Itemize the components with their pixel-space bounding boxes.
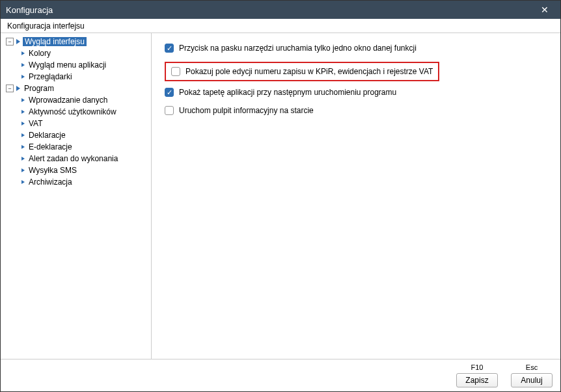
nav-tree: − Wygląd interfejsu Kolory Wygląd menu a… — [1, 33, 152, 359]
checkbox-icon[interactable] — [165, 106, 174, 115]
collapse-icon[interactable]: − — [6, 85, 14, 92]
option-row-2[interactable]: Pokazuj pole edycji numeru zapisu w KPiR… — [171, 67, 433, 76]
collapse-icon[interactable]: − — [6, 38, 14, 46]
tree-label: E-deklaracje — [27, 142, 74, 151]
tree-label: Wprowadzanie danych — [27, 96, 109, 105]
tree-item-program[interactable]: − Program — [1, 83, 151, 94]
tree-item-deklaracje[interactable]: Deklaracje — [1, 129, 151, 141]
triangle-icon — [21, 51, 25, 55]
save-button[interactable]: Zapisz — [456, 373, 498, 387]
tree-label: Kolory — [27, 49, 52, 58]
save-shortcut: F10 — [471, 363, 484, 371]
triangle-icon — [21, 180, 25, 184]
tree-item-wprowadzanie-danych[interactable]: Wprowadzanie danych — [1, 94, 151, 106]
save-group: F10 Zapisz — [456, 363, 498, 387]
triangle-icon — [21, 110, 25, 114]
panel-subtitle: Konfiguracja interfejsu — [1, 19, 560, 33]
triangle-icon — [21, 133, 25, 137]
tree-item-wyglad-interfejsu[interactable]: − Wygląd interfejsu — [1, 36, 151, 47]
close-icon[interactable]: ✕ — [534, 5, 555, 15]
option-label: Pokaż tapetę aplikacji przy następnym ur… — [179, 88, 396, 97]
triangle-icon — [21, 63, 25, 67]
triangle-icon — [21, 168, 25, 172]
checkbox-icon[interactable] — [165, 88, 174, 97]
tree-item-przegladarki[interactable]: Przeglądarki — [1, 71, 151, 83]
config-window: Konfiguracja ✕ Konfiguracja interfejsu −… — [0, 0, 561, 392]
tree-label: Alert zadan do wykonania — [27, 154, 119, 163]
tree-item-e-deklaracje[interactable]: E-deklaracje — [1, 141, 151, 153]
tree-item-aktywnosc-uzytkownikow[interactable]: Aktywność użytkowników — [1, 106, 151, 118]
option-row-4[interactable]: Uruchom pulpit informacyjny na starcie — [165, 106, 550, 115]
option-label: Przycisk na pasku narzędzi uruchamia tyl… — [179, 44, 417, 53]
tree-item-kolory[interactable]: Kolory — [1, 47, 151, 59]
cancel-button[interactable]: Anuluj — [511, 373, 553, 387]
highlighted-option: Pokazuj pole edycji numeru zapisu w KPiR… — [165, 62, 439, 81]
tree-label: Wygląd menu aplikacji — [27, 60, 107, 70]
checkbox-icon[interactable] — [165, 44, 174, 53]
triangle-icon — [16, 39, 20, 44]
option-row-1[interactable]: Przycisk na pasku narzędzi uruchamia tyl… — [165, 44, 550, 53]
tree-item-wysylka-sms[interactable]: Wysyłka SMS — [1, 164, 151, 176]
content: − Wygląd interfejsu Kolory Wygląd menu a… — [1, 33, 560, 359]
tree-item-alert-zadan[interactable]: Alert zadan do wykonania — [1, 153, 151, 164]
footer: F10 Zapisz Esc Anuluj — [1, 359, 560, 391]
tree-label: Wygląd interfejsu — [23, 37, 87, 46]
option-label: Pokazuj pole edycji numeru zapisu w KPiR… — [185, 67, 433, 76]
tree-item-archiwizacja[interactable]: Archiwizacja — [1, 176, 151, 188]
triangle-icon — [21, 145, 25, 149]
tree-item-wyglad-menu[interactable]: Wygląd menu aplikacji — [1, 59, 151, 71]
titlebar: Konfiguracja ✕ — [1, 1, 560, 19]
tree-label: Aktywność użytkowników — [27, 107, 118, 116]
option-label: Uruchom pulpit informacyjny na starcie — [179, 106, 314, 115]
cancel-group: Esc Anuluj — [511, 363, 553, 387]
window-title: Konfiguracja — [6, 5, 534, 15]
tree-label: Program — [23, 84, 55, 93]
tree-item-vat[interactable]: VAT — [1, 118, 151, 129]
option-row-3[interactable]: Pokaż tapetę aplikacji przy następnym ur… — [165, 88, 550, 97]
triangle-icon — [21, 122, 25, 125]
tree-label: VAT — [27, 119, 44, 128]
tree-label: Deklaracje — [27, 131, 67, 140]
checkbox-icon[interactable] — [171, 67, 180, 76]
tree-label: Wysyłka SMS — [27, 166, 78, 175]
tree-label: Przeglądarki — [27, 72, 74, 81]
triangle-icon — [21, 75, 25, 79]
cancel-shortcut: Esc — [526, 363, 538, 371]
settings-panel: Przycisk na pasku narzędzi uruchamia tyl… — [152, 33, 560, 359]
triangle-icon — [16, 86, 20, 91]
triangle-icon — [21, 98, 25, 102]
triangle-icon — [21, 157, 25, 161]
tree-label: Archiwizacja — [27, 177, 74, 187]
